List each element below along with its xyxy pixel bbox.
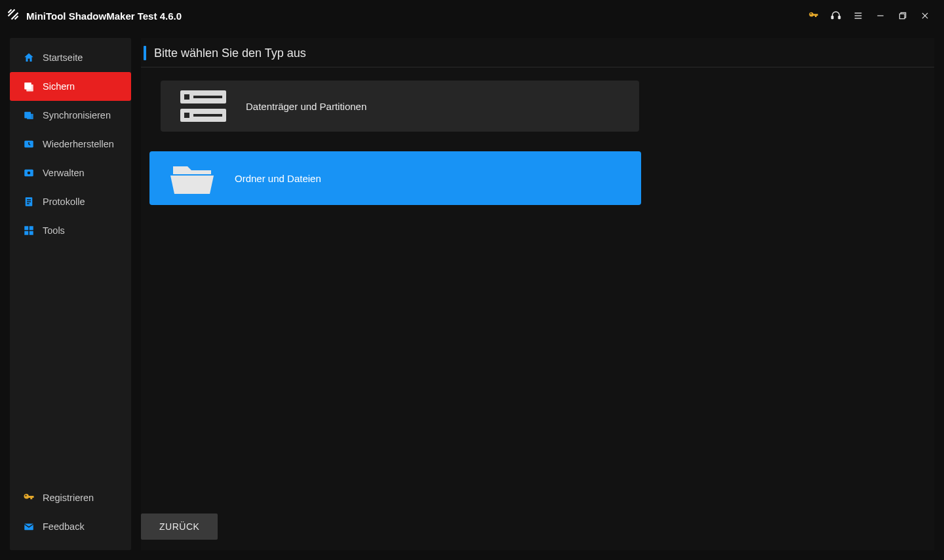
sidebar-item-label: Protokolle [43, 196, 85, 207]
main: Bitte wählen Sie den Typ aus Datenträger… [141, 38, 934, 550]
sidebar-item-feedback[interactable]: Feedback [10, 512, 131, 541]
sidebar-item-label: Wiederherstellen [43, 139, 114, 149]
title-bar: MiniTool ShadowMaker Test 4.6.0 [0, 0, 944, 31]
svg-rect-1 [838, 16, 840, 19]
svg-rect-31 [193, 114, 222, 117]
key-icon [23, 492, 35, 504]
sidebar-item-label: Registrieren [43, 493, 94, 503]
maximize-button[interactable] [892, 5, 914, 27]
support-button[interactable] [825, 5, 847, 27]
footer: ZURÜCK [141, 503, 934, 550]
nav-bottom: Registrieren Feedback [10, 483, 131, 550]
minimize-button[interactable] [869, 5, 892, 27]
page-header: Bitte wählen Sie den Typ aus [141, 38, 934, 67]
nav-top: Startseite Sichern Synchronisieren Wiede… [10, 38, 131, 483]
title-left: MiniTool ShadowMaker Test 4.6.0 [7, 8, 182, 24]
sidebar-item-label: Synchronisieren [43, 110, 111, 121]
sidebar-item-registrieren[interactable]: Registrieren [10, 483, 131, 512]
body: Startseite Sichern Synchronisieren Wiede… [0, 31, 944, 560]
svg-rect-11 [26, 84, 33, 92]
option-label: Ordner und Dateien [235, 173, 321, 184]
close-button[interactable] [914, 5, 936, 27]
folder-icon [169, 159, 215, 198]
sidebar-item-protokolle[interactable]: Protokolle [10, 187, 131, 216]
svg-rect-13 [27, 114, 33, 119]
sidebar-item-label: Startseite [43, 52, 83, 63]
disk-icon [180, 86, 226, 126]
sync-icon [23, 109, 35, 121]
option-disk-partitions[interactable]: Datenträger und Partitionen [161, 81, 639, 132]
sidebar-item-label: Verwalten [43, 168, 85, 178]
manage-icon [23, 167, 35, 179]
sidebar-item-verwalten[interactable]: Verwalten [10, 159, 131, 187]
svg-rect-0 [831, 16, 833, 19]
svg-rect-21 [24, 226, 28, 230]
sidebar-item-label: Sichern [43, 81, 75, 92]
svg-rect-28 [193, 96, 222, 98]
sidebar-item-startseite[interactable]: Startseite [10, 43, 131, 72]
app-logo-icon [7, 8, 20, 24]
home-icon [23, 52, 35, 64]
content: Datenträger und Partitionen Ordner und D… [141, 67, 934, 503]
svg-rect-23 [24, 231, 28, 235]
sidebar-item-label: Feedback [43, 521, 85, 532]
register-key-button[interactable] [802, 5, 825, 27]
app-title: MiniTool ShadowMaker Test 4.6.0 [26, 10, 182, 22]
backup-icon [23, 81, 35, 92]
svg-rect-22 [30, 226, 33, 230]
svg-rect-24 [30, 231, 33, 235]
sidebar-item-label: Tools [43, 225, 65, 236]
option-folders-files[interactable]: Ordner und Dateien [149, 151, 641, 205]
svg-rect-7 [899, 14, 905, 19]
sidebar-item-sichern[interactable]: Sichern [10, 72, 131, 101]
menu-button[interactable] [847, 5, 869, 27]
header-accent-bar [144, 46, 146, 60]
option-label: Datenträger und Partitionen [246, 101, 366, 112]
sidebar-item-tools[interactable]: Tools [10, 216, 131, 245]
title-right-controls [802, 5, 936, 27]
logs-icon [23, 196, 35, 208]
svg-rect-27 [184, 94, 189, 100]
back-button[interactable]: ZURÜCK [141, 513, 218, 540]
sidebar: Startseite Sichern Synchronisieren Wiede… [10, 38, 131, 550]
svg-point-16 [28, 172, 31, 175]
svg-rect-30 [184, 113, 189, 118]
sidebar-item-synchronisieren[interactable]: Synchronisieren [10, 101, 131, 130]
mail-icon [23, 521, 35, 532]
tools-icon [23, 225, 35, 236]
sidebar-item-wiederherstellen[interactable]: Wiederherstellen [10, 130, 131, 159]
page-title: Bitte wählen Sie den Typ aus [154, 47, 306, 60]
restore-icon [23, 138, 35, 150]
